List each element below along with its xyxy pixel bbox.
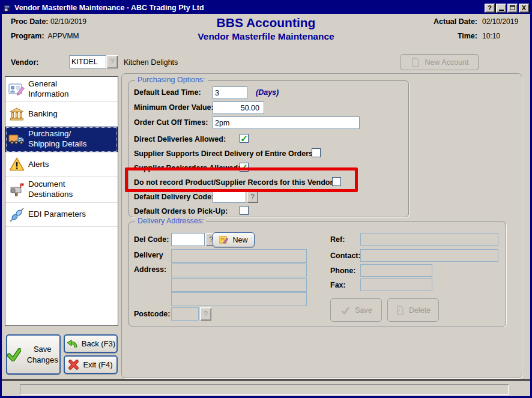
- content-panel: Purchasing Options: Default Lead Time: (…: [121, 73, 522, 378]
- actual-date-value: 02/10/2019: [482, 17, 518, 26]
- sidebar-item-general-information[interactable]: GeneralInformation: [5, 77, 118, 102]
- del-code-input[interactable]: [171, 233, 205, 246]
- new-account-page-icon: [411, 58, 420, 67]
- default-lead-time-label: Default Lead Time:: [134, 88, 201, 97]
- bank-icon: [8, 105, 26, 123]
- sidebar-item-label: Purchasing/: [28, 129, 87, 139]
- sidebar-item-purchasing-shipping[interactable]: Purchasing/Shipping Details: [5, 127, 118, 152]
- sidebar-item-document-destinations[interactable]: DocumentDestinations: [5, 177, 118, 203]
- purchasing-options-group: Purchasing Options: Default Lead Time: (…: [128, 80, 409, 217]
- no-product-supplier-label: Do not record Product/Supplier Records f…: [134, 178, 335, 187]
- postcode-lookup-button: ?: [200, 307, 211, 321]
- red-x-icon: [68, 360, 79, 370]
- purchasing-options-legend: Purchasing Options:: [135, 76, 208, 84]
- pickup-checkbox[interactable]: [240, 206, 249, 215]
- sidebar-item-label: General: [28, 79, 69, 89]
- order-cut-off-label: Order Cut Off Times:: [134, 118, 208, 127]
- entire-orders-checkbox[interactable]: [312, 148, 321, 157]
- proc-date-label: Proc Date:: [11, 17, 49, 26]
- save-changes-button[interactable]: Save Changes: [6, 334, 61, 375]
- green-check-icon: [7, 348, 21, 361]
- delivery-address-label-line1: Delivery: [134, 251, 163, 259]
- delete-page-icon: [396, 306, 405, 315]
- delete-address-button: Delete: [387, 298, 439, 322]
- actual-date-label: Actual Date:: [396, 17, 477, 26]
- postcode-label: Postcode:: [134, 310, 170, 318]
- address-line-3-input: [171, 278, 307, 292]
- new-account-button: New Account: [401, 54, 479, 70]
- program-label: Program:: [11, 32, 44, 40]
- sidebar-item-edi-parameters[interactable]: EDI Parameters: [5, 203, 118, 227]
- sidebar-item-banking[interactable]: Banking: [5, 102, 118, 127]
- vendor-lookup-button[interactable]: ?: [106, 55, 118, 68]
- delivery-address-label-line2: Address:: [134, 265, 166, 274]
- time-value: 10:10: [482, 32, 500, 40]
- minimum-order-value-input[interactable]: [213, 101, 264, 114]
- default-delivery-code-lookup-button[interactable]: ?: [247, 191, 258, 203]
- back-arrow-icon: [66, 339, 77, 349]
- sidebar-item-label: Destinations: [28, 190, 73, 200]
- default-delivery-code-label: Default Delivery Code:: [134, 193, 214, 201]
- app-title: BBS Accounting: [146, 16, 386, 30]
- app-icon: [3, 4, 12, 13]
- backorders-checkbox[interactable]: ✓: [240, 163, 249, 172]
- window-title: Vendor Masterfile Maintenance - ABC Trad…: [14, 4, 485, 12]
- save-address-label: Save: [355, 306, 372, 315]
- sidebar-item-label: Alerts: [28, 160, 49, 170]
- save-address-button: Save: [330, 298, 382, 322]
- ref-input: [360, 233, 498, 246]
- postcode-input: [171, 307, 199, 321]
- delivery-addresses-group: Delivery Addresses: Del Code: ? New Ref:…: [128, 222, 506, 327]
- exit-button[interactable]: Exit (F4): [64, 355, 118, 374]
- days-hint: (Days): [256, 88, 279, 97]
- close-icon[interactable]: X: [519, 4, 529, 13]
- sidebar-item-label: EDI Parameters: [28, 210, 86, 220]
- vendor-name: Kitchen Delights: [124, 58, 178, 67]
- delivery-addresses-legend: Delivery Addresses:: [135, 217, 206, 225]
- delete-address-label: Delete: [409, 306, 431, 315]
- direct-deliveries-label: Direct Deliveries Allowed:: [134, 135, 226, 143]
- new-address-button[interactable]: New: [213, 232, 255, 247]
- screen-title: Vendor Masterfile Maintenance: [146, 31, 386, 42]
- contact-label: Contact:: [330, 252, 361, 260]
- sidebar-item-label: Shipping Details: [28, 139, 87, 149]
- truck-icon: [8, 130, 26, 148]
- program-value: APPVMM: [48, 32, 79, 40]
- no-product-supplier-checkbox[interactable]: [332, 177, 341, 186]
- sidebar-nav: GeneralInformation Banking: [5, 76, 118, 326]
- maximize-icon[interactable]: [507, 4, 518, 13]
- status-message-field: [20, 384, 509, 395]
- phone-input: [360, 264, 432, 277]
- note-edit-icon: [219, 235, 228, 244]
- sidebar-item-label: Information: [28, 89, 69, 100]
- warning-icon: [8, 155, 26, 173]
- address-line-4-input: [171, 292, 307, 306]
- proc-date-value: 02/10/2019: [50, 17, 86, 26]
- save-check-icon: [340, 306, 351, 315]
- vendor-code-input[interactable]: [69, 55, 106, 68]
- default-delivery-code-input[interactable]: [213, 191, 246, 203]
- del-code-label: Del Code:: [134, 235, 169, 244]
- mailbox-icon: [8, 181, 26, 199]
- titlebar: Vendor Masterfile Maintenance - ABC Trad…: [2, 2, 530, 14]
- back-button[interactable]: Back (F3): [64, 334, 118, 353]
- sidebar-item-label: Document: [28, 179, 73, 190]
- statusbar-divider: [0, 379, 532, 381]
- ref-label: Ref:: [330, 235, 345, 244]
- default-lead-time-input[interactable]: [213, 86, 247, 99]
- contact-card-edit-icon: [8, 80, 26, 98]
- direct-deliveries-checkbox[interactable]: ✓: [240, 134, 249, 143]
- minimum-order-value-label: Minimum Order Value:: [134, 103, 214, 112]
- sidebar-item-alerts[interactable]: Alerts: [5, 152, 118, 177]
- minimize-icon[interactable]: [496, 4, 506, 13]
- address-line-2-input: [171, 264, 307, 277]
- vendor-label: Vendor:: [11, 58, 39, 67]
- new-address-label: New: [232, 236, 247, 244]
- order-cut-off-input[interactable]: [213, 116, 360, 129]
- entire-orders-label: Supplier Supports Direct Delivery of Ent…: [134, 149, 315, 158]
- help-icon[interactable]: ?: [485, 4, 495, 13]
- backorders-label: Supplier Backorders Allowed:: [134, 164, 240, 172]
- new-account-label: New Account: [425, 58, 469, 67]
- phone-label: Phone:: [330, 267, 355, 275]
- back-label: Back (F3): [82, 339, 115, 348]
